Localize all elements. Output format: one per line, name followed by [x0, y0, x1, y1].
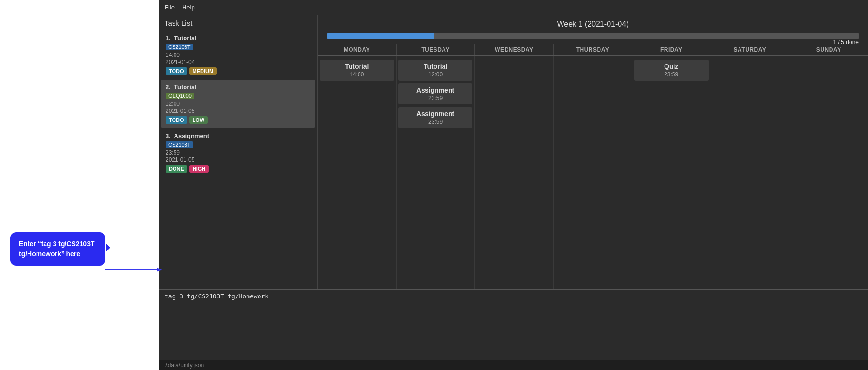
day-header-friday: FRIDAY — [632, 44, 711, 56]
calendar-panel: Week 1 (2021-01-04) 1 / 5 done MONDAY TU… — [318, 15, 868, 289]
task-item-3[interactable]: 3. Assignment CS2103T 23:59 2021-01-05 D… — [161, 129, 315, 176]
day-header-monday: MONDAY — [318, 44, 397, 56]
day-header-thursday: THURSDAY — [554, 44, 632, 56]
task-item-1[interactable]: 1. Tutorial CS2103T 14:00 2021-01-04 TOD… — [161, 31, 315, 79]
day-header-sunday: SUNDAY — [789, 44, 868, 56]
badge-status-2: TODO — [166, 116, 187, 124]
badge-status-3: DONE — [166, 165, 187, 173]
output-area — [159, 303, 868, 360]
tooltip-balloon: Enter “tag 3 tg/CS2103T tg/Homework” her… — [10, 232, 105, 266]
task-badges-2: TODO LOW — [166, 116, 311, 124]
task-title-3: 3. Assignment — [166, 132, 311, 139]
cal-event-friday-1[interactable]: Quiz 23:59 — [634, 60, 709, 81]
cal-event-friday-1-title: Quiz — [638, 63, 705, 70]
cal-event-tuesday-2-time: 23:59 — [402, 95, 469, 102]
day-columns: Tutorial 14:00 Tutorial 12:00 Assignment… — [318, 56, 868, 289]
day-col-thursday — [554, 56, 632, 289]
menu-file[interactable]: File — [165, 4, 175, 11]
status-bar: .\data\unify.json — [159, 360, 868, 370]
task-title-1: 1. Tutorial — [166, 35, 311, 42]
cal-event-monday-1[interactable]: Tutorial 14:00 — [320, 60, 394, 81]
task-date-2: 2021-01-05 — [166, 108, 311, 114]
badge-status-1: TODO — [166, 67, 187, 75]
badge-priority-1: MEDIUM — [189, 67, 217, 75]
cal-event-tuesday-3[interactable]: Assignment 23:59 — [398, 107, 473, 128]
task-time-2: 12:00 — [166, 101, 311, 107]
task-tag-3: CS2103T — [166, 141, 193, 148]
day-header-wednesday: WEDNESDAY — [475, 44, 554, 56]
svg-marker-1 — [157, 268, 162, 272]
cal-event-friday-1-time: 23:59 — [638, 71, 705, 78]
cal-event-monday-1-time: 14:00 — [323, 71, 390, 78]
tooltip-text: Enter “tag 3 tg/CS2103T tg/Homework” her… — [19, 240, 95, 258]
day-col-saturday — [711, 56, 790, 289]
cal-event-tuesday-2[interactable]: Assignment 23:59 — [398, 83, 473, 104]
app-area: Task List 1. Tutorial CS2103T 14:00 2021… — [159, 15, 868, 370]
task-date-1: 2021-01-04 — [166, 59, 311, 65]
task-item-2[interactable]: 2. Tutorial GEQ1000 12:00 2021-01-05 TOD… — [161, 80, 315, 128]
status-path: .\data\unify.json — [165, 362, 204, 369]
tooltip-arrow — [105, 267, 162, 273]
command-input[interactable] — [165, 293, 862, 300]
task-tag-2: GEQ1000 — [166, 92, 194, 99]
task-time-3: 23:59 — [166, 149, 311, 156]
task-badges-1: TODO MEDIUM — [166, 67, 311, 75]
day-header-tuesday: TUESDAY — [397, 44, 475, 56]
badge-priority-2: LOW — [189, 116, 208, 124]
day-col-monday: Tutorial 14:00 — [318, 56, 397, 289]
task-panel-header: Task List — [159, 15, 317, 30]
command-area — [159, 289, 868, 303]
menu-help[interactable]: Help — [182, 4, 195, 11]
day-col-friday: Quiz 23:59 — [632, 56, 711, 289]
week-header: Week 1 (2021-01-04) — [318, 15, 868, 31]
cal-event-monday-1-title: Tutorial — [323, 63, 390, 70]
left-panel — [0, 0, 159, 370]
task-tag-1: CS2103T — [166, 44, 193, 50]
day-col-sunday — [789, 56, 868, 289]
menubar: File Help — [159, 0, 868, 15]
day-col-wednesday — [475, 56, 554, 289]
cal-event-tuesday-1-title: Tutorial — [402, 63, 469, 70]
badge-priority-3: HIGH — [189, 165, 209, 173]
content-row: Task List 1. Tutorial CS2103T 14:00 2021… — [159, 15, 868, 289]
task-time-1: 14:00 — [166, 52, 311, 58]
task-badges-3: DONE HIGH — [166, 165, 311, 173]
task-title-2: 2. Tutorial — [166, 83, 311, 91]
progress-bar-container: 1 / 5 done — [327, 31, 859, 41]
cal-event-tuesday-3-time: 23:59 — [402, 119, 469, 125]
task-panel: Task List 1. Tutorial CS2103T 14:00 2021… — [159, 15, 318, 289]
day-header-saturday: SATURDAY — [711, 44, 790, 56]
task-list-scroll[interactable]: 1. Tutorial CS2103T 14:00 2021-01-04 TOD… — [159, 30, 317, 289]
cal-event-tuesday-1[interactable]: Tutorial 12:00 — [398, 60, 473, 81]
progress-label: 1 / 5 done — [327, 31, 859, 46]
cal-event-tuesday-1-time: 12:00 — [402, 71, 469, 78]
task-date-3: 2021-01-05 — [166, 157, 311, 163]
day-col-tuesday: Tutorial 12:00 Assignment 23:59 Assignme… — [397, 56, 475, 289]
cal-event-tuesday-3-title: Assignment — [402, 110, 469, 118]
cal-event-tuesday-2-title: Assignment — [402, 86, 469, 94]
